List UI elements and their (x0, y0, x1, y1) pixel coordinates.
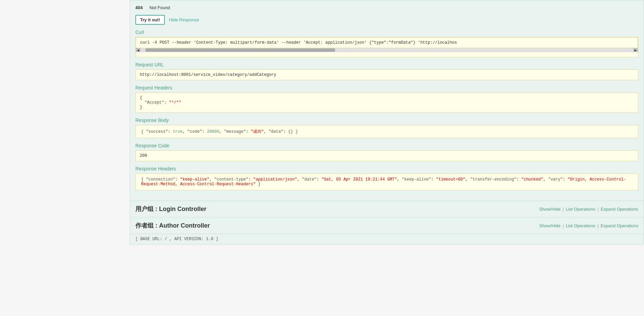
response-headers-label: Response Headers (135, 166, 638, 171)
scroll-left-arrow[interactable]: ◀ (136, 48, 140, 52)
action-bar: Try it out! Hide Response (135, 15, 638, 25)
status-code: 404 (135, 5, 143, 10)
request-url-label: Request URL (135, 62, 638, 67)
controller-actions-author: Show/Hide | List Operations | Expand Ope… (539, 223, 638, 228)
try-it-out-button[interactable]: Try it out! (135, 15, 165, 25)
response-section: 404 Not Found Try it out! Hide Response … (130, 0, 644, 201)
divider1: | (562, 207, 563, 212)
curl-scrollbar[interactable]: ◀ ▶ (136, 48, 638, 52)
expand-ops-author[interactable]: Expand Operations (601, 223, 638, 228)
response-code-label: Response Code (135, 143, 638, 148)
scrollbar-thumb[interactable] (146, 48, 335, 52)
response-body-value: { "success": true, "code": 20000, "messa… (135, 125, 638, 138)
controller-section-author: 作者组 : Author Controller Show/Hide | List… (130, 217, 644, 234)
response-code-value: 200 (135, 150, 638, 161)
expand-ops-login[interactable]: Expand Operations (601, 207, 638, 212)
show-hide-login[interactable]: Show/Hide (539, 207, 561, 212)
request-headers-label: Request Headers (135, 85, 638, 90)
curl-command: curl -X POST --header 'Content-Type: mul… (136, 37, 638, 48)
base-url-bar: [ BASE URL: / , API VERSION: 1.0 ] (130, 234, 644, 245)
divider4: | (597, 223, 598, 228)
status-text: Not Found (150, 5, 170, 10)
request-headers-value: { "Accept": "*/*" } (135, 92, 638, 113)
request-url-value: http://localhost:8001/service_video/cate… (135, 69, 638, 80)
divider3: | (562, 223, 563, 228)
response-headers-value: { "connection": "keep-alive", "content-t… (135, 173, 638, 190)
divider2: | (597, 207, 598, 212)
controller-title-author: 作者组 : Author Controller (135, 222, 210, 230)
curl-label: Curl (135, 29, 638, 35)
controller-actions-login: Show/Hide | List Operations | Expand Ope… (539, 207, 638, 212)
scroll-right-arrow[interactable]: ▶ (633, 48, 638, 52)
list-ops-author[interactable]: List Operations (566, 223, 595, 228)
status-bar: 404 Not Found (135, 4, 638, 12)
response-body-label: Response Body (135, 118, 638, 123)
list-ops-login[interactable]: List Operations (566, 207, 595, 212)
controller-title-login: 用户组 : Login Controller (135, 205, 206, 213)
page-wrapper: 404 Not Found Try it out! Hide Response … (0, 0, 644, 316)
main-content: 404 Not Found Try it out! Hide Response … (130, 0, 644, 245)
hide-response-link[interactable]: Hide Response (169, 17, 199, 22)
show-hide-author[interactable]: Show/Hide (539, 223, 561, 228)
curl-scroll-wrapper[interactable]: curl -X POST --header 'Content-Type: mul… (135, 37, 638, 57)
controller-section-login: 用户组 : Login Controller Show/Hide | List … (130, 201, 644, 217)
